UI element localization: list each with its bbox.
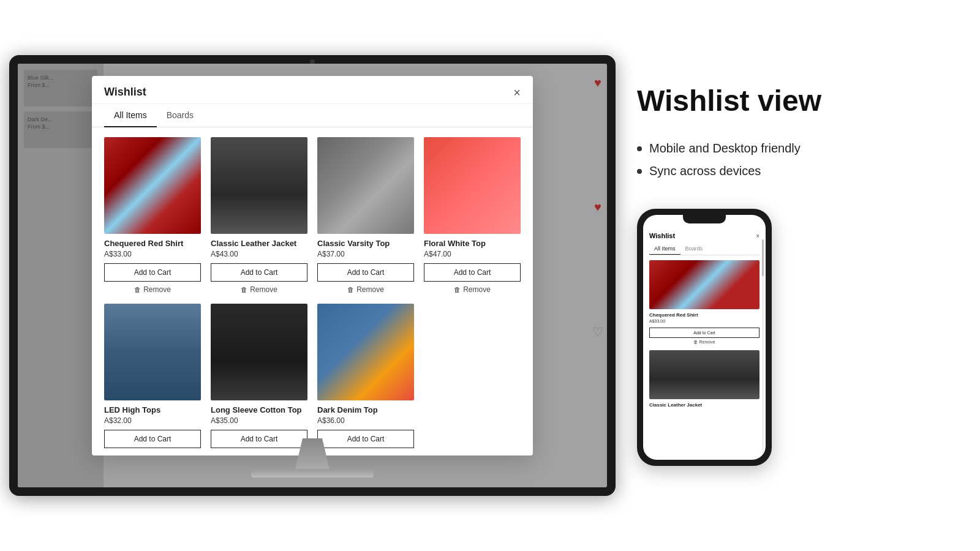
monitor-screen: Blue Silk... From $... Dark De... From $… (18, 64, 607, 487)
phone-product-image-1 (649, 260, 760, 309)
product-image-7 (317, 304, 414, 400)
trash-icon-1: 🗑 (134, 286, 141, 293)
phone-product-name-1: Chequered Red Shirt (649, 312, 760, 318)
product-price-5: A$32.00 (104, 416, 201, 425)
modal-close-button[interactable]: × (513, 86, 521, 99)
phone-scrollbar-thumb (762, 239, 764, 276)
add-to-cart-button-3[interactable]: Add to Cart (317, 263, 414, 282)
phone-product-1: Chequered Red Shirt A$33.00 Add to Cart … (649, 260, 760, 344)
phone-notch (683, 215, 726, 223)
phone-product-image-2 (649, 350, 760, 399)
add-to-cart-button-1[interactable]: Add to Cart (104, 263, 201, 282)
phone-mockup: Wishlist × All Items Boards Chequered Re… (637, 209, 772, 466)
product-name-3: Classic Varsity Top (317, 239, 414, 248)
monitor: Blue Silk... From $... Dark De... From $… (9, 55, 616, 496)
monitor-stand (251, 438, 374, 478)
products-grid: Chequered Red Shirt A$33.00 Add to Cart … (104, 137, 521, 452)
product-name-5: LED High Tops (104, 405, 201, 414)
phone-content: Wishlist × All Items Boards Chequered Re… (643, 215, 766, 408)
info-bullets: Mobile and Desktop friendly Sync across … (637, 141, 956, 178)
product-price-7: A$36.00 (317, 416, 414, 425)
phone-tab-all-items[interactable]: All Items (649, 243, 680, 255)
product-image-1 (104, 137, 201, 234)
info-section: Wishlist view Mobile and Desktop friendl… (625, 61, 980, 491)
product-card-2: Classic Leather Jacket A$43.00 Add to Ca… (211, 137, 307, 294)
product-card-1: Chequered Red Shirt A$33.00 Add to Cart … (104, 137, 201, 294)
phone-product-name-2: Classic Leather Jacket (649, 402, 760, 408)
phone-product-2: Classic Leather Jacket (649, 350, 760, 408)
bullet-dot-2 (637, 169, 642, 174)
phone-add-to-cart-1[interactable]: Add to Cart (649, 328, 760, 338)
phone-remove-1[interactable]: 🗑 Remove (649, 340, 760, 344)
bullet-dot-1 (637, 146, 642, 151)
product-price-4: A$47.00 (424, 250, 521, 258)
product-price-6: A$35.00 (211, 416, 307, 425)
product-name-1: Chequered Red Shirt (104, 239, 201, 248)
remove-button-1[interactable]: 🗑 Remove (104, 285, 201, 294)
modal-title: Wishlist (104, 86, 146, 99)
phone-screen: Wishlist × All Items Boards Chequered Re… (643, 215, 766, 460)
trash-icon-4: 🗑 (454, 286, 461, 293)
product-name-4: Floral White Top (424, 239, 521, 248)
monitor-base (251, 469, 374, 478)
phone-modal-title: Wishlist (649, 232, 675, 239)
tab-boards[interactable]: Boards (157, 104, 203, 127)
phone-tabs: All Items Boards (649, 243, 760, 255)
product-price-3: A$37.00 (317, 250, 414, 258)
product-image-4 (424, 137, 521, 234)
trash-icon-2: 🗑 (241, 286, 247, 293)
monitor-neck (288, 438, 337, 469)
product-card-5: LED High Tops A$32.00 Add to Cart (104, 304, 201, 452)
product-card-4: Floral White Top A$47.00 Add to Cart 🗑 R… (424, 137, 521, 294)
bullet-text-1: Mobile and Desktop friendly (649, 141, 801, 156)
page-title: Wishlist view (637, 85, 956, 118)
product-image-2 (211, 137, 307, 234)
phone-modal-header: Wishlist × (649, 232, 760, 239)
modal-header: Wishlist × (92, 76, 533, 104)
product-price-2: A$43.00 (211, 250, 307, 258)
product-image-3 (317, 137, 414, 234)
tab-all-items[interactable]: All Items (104, 104, 157, 127)
modal-overlay: Wishlist × All Items Boards (18, 64, 607, 487)
bullet-text-2: Sync across devices (649, 164, 761, 178)
monitor-section: Blue Silk... From $... Dark De... From $… (0, 0, 625, 551)
product-card-3: Classic Varsity Top A$37.00 Add to Cart … (317, 137, 414, 294)
remove-button-3[interactable]: 🗑 Remove (317, 285, 414, 294)
product-name-7: Dark Denim Top (317, 405, 414, 414)
add-to-cart-button-2[interactable]: Add to Cart (211, 263, 307, 282)
remove-button-2[interactable]: 🗑 Remove (211, 285, 307, 294)
remove-button-4[interactable]: 🗑 Remove (424, 285, 521, 294)
product-card-7: Dark Denim Top A$36.00 Add to Cart (317, 304, 414, 452)
product-name-2: Classic Leather Jacket (211, 239, 307, 248)
product-price-1: A$33.00 (104, 250, 201, 258)
phone-scrollbar (762, 239, 764, 454)
phone-product-price-1: A$33.00 (649, 319, 760, 323)
product-image-6 (211, 304, 307, 400)
phone-tab-boards[interactable]: Boards (680, 243, 708, 255)
info-bullet-1: Mobile and Desktop friendly (637, 141, 956, 156)
trash-icon-3: 🗑 (347, 286, 354, 293)
modal-body: Chequered Red Shirt A$33.00 Add to Cart … (92, 127, 533, 455)
product-name-6: Long Sleeve Cotton Top (211, 405, 307, 414)
product-card-6: Long Sleeve Cotton Top A$35.00 Add to Ca… (211, 304, 307, 452)
product-image-5 (104, 304, 201, 400)
add-to-cart-button-5[interactable]: Add to Cart (104, 430, 201, 448)
modal-tabs: All Items Boards (92, 104, 533, 127)
phone-trash-icon-1: 🗑 (693, 340, 698, 344)
info-bullet-2: Sync across devices (637, 164, 956, 178)
wishlist-modal: Wishlist × All Items Boards (92, 76, 533, 455)
add-to-cart-button-4[interactable]: Add to Cart (424, 263, 521, 282)
phone-close-icon[interactable]: × (756, 233, 760, 239)
